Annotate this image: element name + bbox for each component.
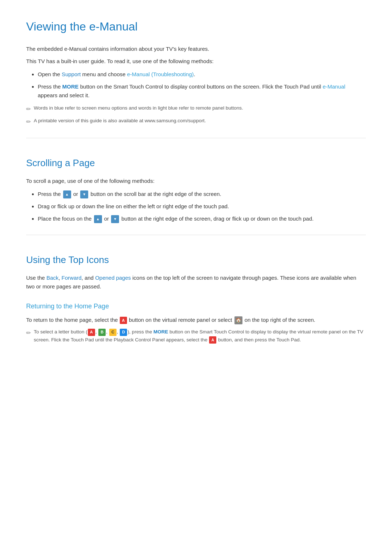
page-title: Viewing the e-Manual bbox=[26, 17, 366, 36]
scrolling-section-title: Scrolling a Page bbox=[26, 156, 366, 171]
top-icons-intro: Use the Back, Forward, and Opened pages … bbox=[26, 274, 366, 291]
top-icons-section-title: Using the Top Icons bbox=[26, 253, 366, 268]
or-text-1: or bbox=[73, 191, 78, 197]
scrolling-bullet-list: Press the ▲ or ▼ button on the scroll ba… bbox=[38, 190, 366, 223]
note-1: ✏ Words in blue refer to screen menu opt… bbox=[26, 104, 366, 114]
home-icon: 🏠 bbox=[234, 316, 242, 324]
scrolling-bullet-1: Press the ▲ or ▼ button on the scroll ba… bbox=[38, 190, 366, 198]
forward-link[interactable]: Forward bbox=[62, 275, 82, 281]
scrolling-bullet-2: Drag or flick up or down the line on eit… bbox=[38, 202, 366, 211]
support-link[interactable]: Support bbox=[62, 71, 81, 77]
pencil-icon-3: ✏ bbox=[26, 328, 31, 338]
divider-2 bbox=[26, 235, 366, 235]
home-page-note-text: To select a letter button (A, B, C, D), … bbox=[34, 328, 366, 344]
letter-btn-c: C bbox=[109, 329, 117, 336]
home-page-intro: To return to the home page, select the A… bbox=[26, 316, 366, 324]
down-arrow-btn: ▼ bbox=[80, 190, 88, 198]
up-arrow-btn: ▲ bbox=[63, 190, 71, 198]
intro-bullet-1: Open the Support menu and choose e-Manua… bbox=[38, 70, 366, 79]
opened-pages-link[interactable]: Opened pages bbox=[95, 275, 131, 281]
pencil-icon-2: ✏ bbox=[26, 117, 31, 127]
intro-paragraph-2: This TV has a built-in user guide. To re… bbox=[26, 57, 366, 66]
letter-btn-b: B bbox=[98, 329, 106, 336]
emanual-link[interactable]: e-Manual bbox=[323, 83, 346, 90]
home-page-section-title: Returning to the Home Page bbox=[26, 301, 366, 312]
intro-bullet-2: Press the MORE button on the Smart Touch… bbox=[38, 82, 366, 100]
intro-bullet-list: Open the Support menu and choose e-Manua… bbox=[38, 70, 366, 100]
note-text-1: Words in blue refer to screen menu optio… bbox=[34, 104, 243, 112]
back-link[interactable]: Back bbox=[46, 275, 58, 281]
down-arrow-btn-2: ▼ bbox=[111, 215, 119, 223]
pencil-icon-1: ✏ bbox=[26, 104, 31, 114]
or-text-2: or bbox=[104, 216, 109, 222]
letter-btn-d: D bbox=[120, 329, 127, 336]
letter-btn-a: A bbox=[88, 329, 95, 336]
more-button-ref: MORE bbox=[62, 83, 79, 90]
note-2: ✏ A printable version of this guide is a… bbox=[26, 117, 366, 127]
scrolling-bullet-3: Place the focus on the ▲ or ▼ button at … bbox=[38, 214, 366, 223]
letter-btn-a-2: A bbox=[209, 336, 216, 344]
divider-1 bbox=[26, 138, 366, 138]
intro-paragraph-1: The embedded e-Manual contains informati… bbox=[26, 45, 366, 53]
home-page-note: ✏ To select a letter button (A, B, C, D)… bbox=[26, 328, 366, 344]
a-button-ref: A bbox=[120, 317, 127, 324]
note-text-2: A printable version of this guide is als… bbox=[34, 117, 206, 125]
up-arrow-btn-2: ▲ bbox=[94, 215, 102, 223]
emanual-troubleshooting-link[interactable]: e-Manual (Troubleshooting) bbox=[127, 71, 194, 77]
scrolling-intro: To scroll a page, use of one of the foll… bbox=[26, 177, 366, 185]
more-button-ref-2: MORE bbox=[154, 329, 168, 335]
